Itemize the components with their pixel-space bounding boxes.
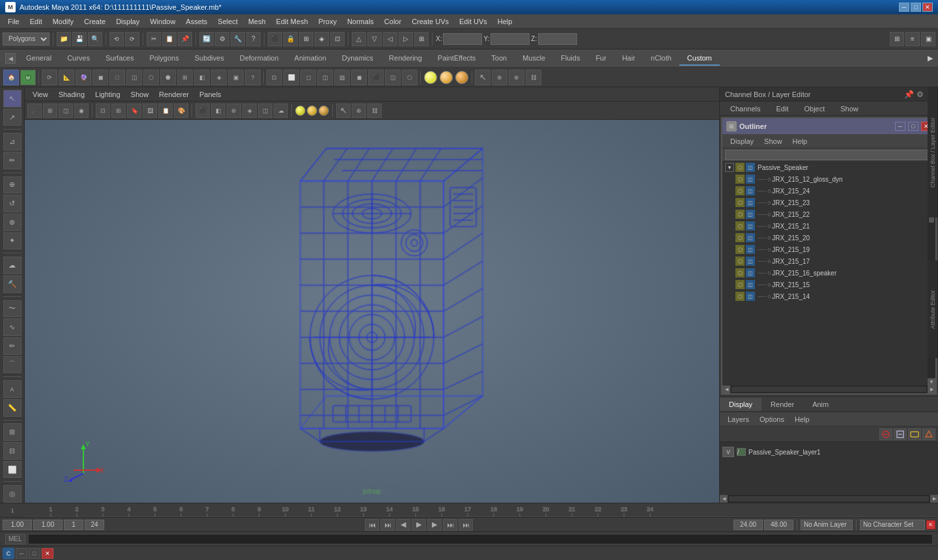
vp-menu-panels[interactable]: Panels bbox=[194, 89, 227, 100]
character-set-select[interactable]: No Character Set bbox=[860, 520, 925, 530]
shelf-btn-2[interactable]: 📐 bbox=[59, 70, 74, 85]
tab-animation[interactable]: Animation bbox=[287, 51, 334, 66]
tab-custom[interactable]: Custom bbox=[679, 51, 720, 66]
toolbar-btn-9[interactable]: 🔄 bbox=[199, 32, 214, 46]
soft-modification-btn[interactable]: ☁ bbox=[3, 257, 21, 274]
shelf-btn-8[interactable]: ⬟ bbox=[160, 70, 176, 85]
frame-end-display[interactable]: 24.00 bbox=[733, 520, 763, 530]
vp-image-plane-btn[interactable]: 🖼 bbox=[143, 104, 157, 118]
tree-item-2[interactable]: ⬡ ◫ ── o JRX_215_23 bbox=[722, 197, 935, 208]
shelf-btn-17[interactable]: ◫ bbox=[317, 70, 333, 85]
toolbar-btn-7[interactable]: 📋 bbox=[162, 32, 177, 46]
vp-manip-btn[interactable]: ⊛ bbox=[227, 104, 241, 118]
vp-obj-btn[interactable]: ⊕ bbox=[352, 104, 366, 118]
pb-next-key-btn[interactable]: ⏭ bbox=[443, 519, 457, 531]
outliner-hscroll-left[interactable]: ◀ bbox=[722, 385, 730, 393]
range-end[interactable]: 24 bbox=[85, 520, 104, 530]
tree-root-checkbox[interactable]: ▼ bbox=[725, 163, 734, 172]
lay-new-btn[interactable] bbox=[879, 428, 892, 440]
cb-pin-btn[interactable]: 📌 bbox=[904, 90, 914, 99]
vp-grid-btn[interactable]: ⊞ bbox=[43, 104, 57, 118]
tree-item-6[interactable]: ⬡ ◫ ── o JRX_215_19 bbox=[722, 244, 935, 255]
shelf-cursor-btn[interactable]: ↖ bbox=[475, 70, 490, 85]
shelf-btn-4[interactable]: ◼ bbox=[92, 70, 108, 85]
toolbar-btn-22[interactable]: ⊞ bbox=[414, 32, 429, 46]
tab-fur[interactable]: Fur bbox=[588, 51, 614, 66]
lay-delete-btn[interactable] bbox=[894, 428, 907, 440]
menu-normals[interactable]: Normals bbox=[342, 16, 379, 27]
menu-help[interactable]: Help bbox=[492, 16, 518, 27]
tree-item-8[interactable]: ⬡ ◫ ── o JRX_215_16_speaker bbox=[722, 267, 935, 279]
out-menu-show[interactable]: Show bbox=[759, 136, 788, 147]
layers-hscroll-track[interactable] bbox=[729, 496, 929, 501]
win-taskbar-minimize[interactable]: ─ bbox=[16, 548, 27, 559]
paint-select-btn[interactable]: ✏ bbox=[3, 152, 21, 169]
vp-bookmarks-btn[interactable]: 🔖 bbox=[127, 104, 141, 118]
menu-edit[interactable]: Edit bbox=[25, 16, 48, 27]
toolbar-btn-8[interactable]: 📌 bbox=[178, 32, 192, 46]
outliner-search-input[interactable] bbox=[725, 150, 933, 160]
vp-xray-btn[interactable]: ⬛ bbox=[195, 104, 210, 118]
toolbar-btn-3[interactable]: 🔍 bbox=[88, 32, 102, 46]
menu-modify[interactable]: Modify bbox=[48, 16, 79, 27]
menu-display[interactable]: Display bbox=[111, 16, 145, 27]
tab-curves[interactable]: Curves bbox=[59, 51, 98, 66]
shelf-btn-13[interactable]: ? bbox=[245, 70, 261, 85]
menu-file[interactable]: File bbox=[3, 16, 25, 27]
toolbar-right-btn-3[interactable]: ▣ bbox=[921, 32, 935, 46]
pencil-curve-btn[interactable]: ✏ bbox=[3, 337, 21, 355]
frame-input-left[interactable]: 1.00 bbox=[3, 520, 32, 530]
vp-menu-shading[interactable]: Shading bbox=[53, 89, 90, 100]
attr-tab-anim[interactable]: Anim bbox=[803, 398, 838, 411]
frame-input-current-left[interactable]: 1.00 bbox=[33, 520, 63, 530]
tabs-scroll-right[interactable]: ▶ bbox=[928, 54, 933, 63]
toolbar-btn-4[interactable]: ⟲ bbox=[109, 32, 124, 46]
shelf-btn-1[interactable]: ⟳ bbox=[42, 70, 57, 85]
tab-toon[interactable]: Toon bbox=[483, 51, 515, 66]
toolbar-btn-19[interactable]: ▽ bbox=[367, 32, 382, 46]
menu-mesh[interactable]: Mesh bbox=[243, 16, 271, 27]
show-manip-btn[interactable]: 🔨 bbox=[3, 275, 21, 293]
toolbar-btn-14[interactable]: 🔒 bbox=[283, 32, 298, 46]
pb-to-end-btn[interactable]: ⏭ bbox=[459, 519, 473, 531]
outliner-maximize-btn[interactable]: □ bbox=[908, 122, 918, 131]
win-taskbar-close[interactable]: ✕ bbox=[42, 548, 53, 559]
tab-polygons[interactable]: Polygons bbox=[141, 51, 186, 66]
layer-v-btn[interactable]: V bbox=[722, 447, 734, 457]
lay-vis-btn[interactable] bbox=[908, 428, 921, 440]
vp-menu-renderer[interactable]: Renderer bbox=[154, 89, 194, 100]
anim-layer-select[interactable]: No Anim Layer bbox=[801, 520, 853, 530]
toolbar-btn-20[interactable]: ◁ bbox=[383, 32, 397, 46]
lay-menu-options[interactable]: Options bbox=[754, 414, 789, 425]
annotation-btn[interactable]: A bbox=[3, 380, 21, 398]
vp-menu-view[interactable]: View bbox=[27, 89, 53, 100]
ep-curve-btn[interactable]: ∿ bbox=[3, 318, 21, 336]
tab-muscle[interactable]: Muscle bbox=[515, 51, 553, 66]
tree-item-9[interactable]: ⬡ ◫ ── o JRX_215_15 bbox=[722, 279, 935, 290]
layers-hscroll-right[interactable]: ▶ bbox=[930, 495, 938, 503]
shelf-btn-16[interactable]: ◻ bbox=[300, 70, 316, 85]
cb-tab-edit[interactable]: Edit bbox=[768, 104, 796, 114]
outliner-hscroll-track[interactable] bbox=[732, 387, 926, 392]
outliner-minimize-btn[interactable]: ─ bbox=[895, 122, 905, 131]
shelf-icon-maya[interactable]: M bbox=[20, 70, 36, 85]
measure-btn[interactable]: 📏 bbox=[3, 399, 21, 417]
pb-to-start-btn[interactable]: ⏮ bbox=[365, 519, 379, 531]
tree-item-4[interactable]: ⬡ ◫ ── o JRX_215_21 bbox=[722, 220, 935, 232]
toolbar-btn-1[interactable]: 📁 bbox=[57, 32, 71, 46]
tree-item-0[interactable]: ⬡ ◫ ── o JRX_215_12_gloss_dyn bbox=[722, 173, 935, 185]
menu-edit-uvs[interactable]: Edit UVs bbox=[454, 16, 492, 27]
lay-menu-layers[interactable]: Layers bbox=[722, 414, 754, 425]
outliner-scroll-down-btn[interactable]: ▼ bbox=[928, 378, 935, 385]
vp-shadow-btn[interactable]: ◫ bbox=[258, 104, 272, 118]
shelf-light-1[interactable] bbox=[424, 71, 437, 84]
vp-cursor-btn[interactable]: ↖ bbox=[336, 104, 350, 118]
toolbar-btn-10[interactable]: ⚙ bbox=[215, 32, 229, 46]
vp-isolate-btn[interactable]: ⊡ bbox=[96, 104, 110, 118]
quick-select-set-btn[interactable]: ◎ bbox=[3, 485, 21, 503]
frame-total-display[interactable]: 48.00 bbox=[764, 520, 793, 530]
close-button[interactable]: ✕ bbox=[922, 3, 933, 12]
toolbar-btn-12[interactable]: ? bbox=[246, 32, 261, 46]
display-layer-btn[interactable]: ⊞ bbox=[3, 423, 21, 441]
toolbar-btn-17[interactable]: ⊡ bbox=[330, 32, 345, 46]
